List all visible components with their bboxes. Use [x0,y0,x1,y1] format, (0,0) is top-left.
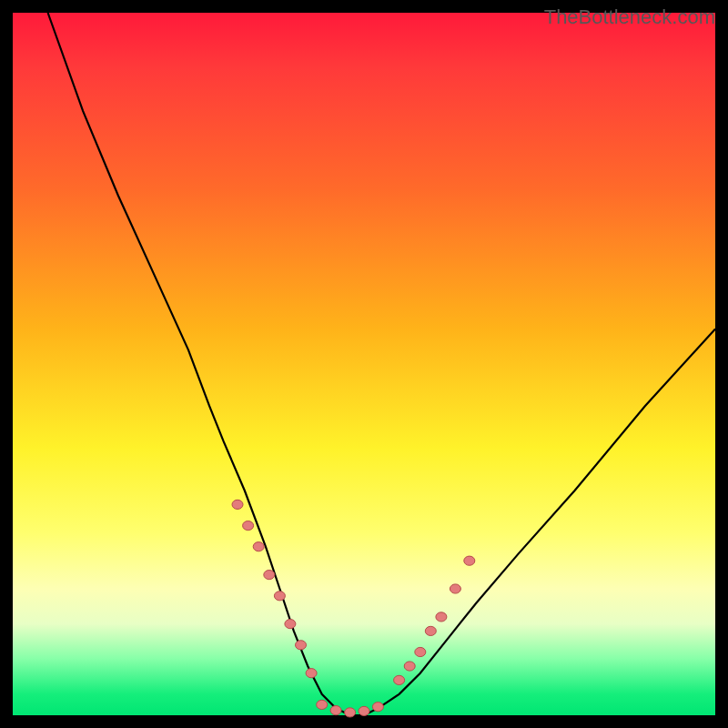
marker-dot [296,641,307,650]
marker-dot [394,675,405,684]
marker-dot [425,626,436,635]
marker-dot [243,521,254,531]
marker-dot [464,556,475,565]
bottleneck-curve [48,13,715,715]
marker-dot [274,592,285,601]
marker-dot [372,703,383,712]
marker-beads [232,500,475,717]
watermark-text: TheBottleneck.com [544,5,715,29]
plot-area [13,13,715,715]
marker-dot [330,706,341,715]
marker-dot [232,500,243,509]
marker-dot [450,584,460,593]
marker-dot [404,662,415,671]
marker-dot [415,647,426,656]
marker-dot [345,708,356,717]
chart-svg [13,13,715,715]
marker-dot [359,706,369,715]
marker-dot [253,542,264,551]
marker-dot [306,669,317,678]
chart-frame: TheBottleneck.com [0,0,728,728]
marker-dot [264,571,275,580]
marker-dot [285,620,296,629]
marker-dot [317,700,328,709]
marker-dot [436,612,447,622]
